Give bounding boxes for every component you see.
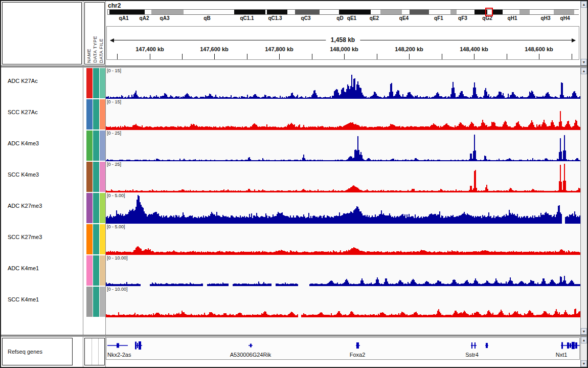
- attribute-column-data-type[interactable]: DATA TYPE: [92, 36, 98, 63]
- ruler-tick: [214, 54, 215, 59]
- ruler-tick-label: 148,600 kb: [525, 46, 553, 52]
- signal-track-row[interactable]: [0 - 15]: [106, 99, 580, 130]
- track-name-label[interactable]: ADC K4me3: [8, 140, 39, 146]
- cytoband-label: qH4: [560, 15, 570, 21]
- ruler-tick: [247, 54, 247, 59]
- signal-plot[interactable]: [106, 288, 580, 317]
- ruler-tick: [150, 54, 150, 59]
- gene-label[interactable]: Nxt1: [556, 352, 568, 358]
- signal-plot[interactable]: [106, 69, 580, 99]
- signal-plot[interactable]: [106, 194, 580, 224]
- chromosome-ideogram[interactable]: [107, 9, 579, 15]
- track-attr-name[interactable]: [86, 131, 93, 161]
- ruler-tick: [539, 54, 539, 59]
- cytoband-label: qA2: [140, 15, 149, 21]
- track-attr-data-type[interactable]: [93, 131, 99, 161]
- gene-data-panel: Nkx2-2asA530006G24RikFoxa2Sstr4Nxt1: [105, 337, 580, 367]
- cytoband-label: qA1: [119, 15, 129, 21]
- gene-label[interactable]: Foxa2: [350, 352, 366, 358]
- signal-plot[interactable]: [106, 163, 580, 192]
- signal-track-row[interactable]: [0 - 25]: [106, 130, 580, 161]
- gene-track-name: Refseq genes: [8, 349, 42, 355]
- signal-track-row[interactable]: [0 - 10.00]: [106, 255, 580, 286]
- track-attr-name[interactable]: [86, 99, 93, 129]
- cytoband: [339, 10, 371, 14]
- ruler-tick: [507, 54, 507, 59]
- cytoband: [380, 10, 402, 14]
- track-name-label[interactable]: ADC K4me1: [8, 265, 39, 271]
- track-name-label[interactable]: SCC K27Ac: [8, 109, 38, 115]
- ruler-tick-label: 147,800 kb: [265, 46, 293, 52]
- signal-track-row[interactable]: [0 - 25]: [106, 161, 580, 192]
- gene-label[interactable]: Nkx2-2as: [107, 352, 131, 358]
- track-attr-name[interactable]: [86, 224, 93, 254]
- header-name-panel: [1, 1, 83, 66]
- scroll-up-icon[interactable]: ▲: [581, 1, 587, 8]
- cytoband-label: qD: [336, 15, 343, 21]
- cytoband: [287, 10, 295, 14]
- track-attr-data-type[interactable]: [93, 99, 99, 129]
- track-name-label[interactable]: SCC K4me3: [8, 171, 39, 178]
- signal-plot[interactable]: [106, 100, 580, 130]
- attribute-column-name[interactable]: NAME: [86, 49, 92, 63]
- cytoband: [295, 10, 320, 14]
- cytoband-label: qE4: [399, 15, 409, 21]
- header-data-panel: chr2 qA1qA2qA3qBqC1.1qC1.3qC3qDqE1qE2qE4…: [105, 1, 580, 66]
- track-name-label[interactable]: SCC K4me1: [8, 296, 39, 302]
- tracks-scrollbar[interactable]: ▲ ▼: [580, 68, 587, 335]
- track-attributes-panel: [83, 68, 105, 335]
- cytoband: [371, 10, 380, 14]
- track-name-label[interactable]: SCC K27me3: [8, 234, 42, 240]
- view-region-highlight[interactable]: [485, 8, 493, 16]
- refseq-genes-track[interactable]: Nkx2-2asA530006G24RikFoxa2Sstr4Nxt1: [106, 337, 580, 360]
- chromosome-label: chr2: [108, 2, 121, 9]
- scroll-down-icon[interactable]: ▼: [581, 328, 587, 335]
- track-attr-name[interactable]: [86, 193, 93, 223]
- cytoband: [493, 10, 503, 14]
- signal-plot[interactable]: [106, 256, 580, 286]
- signal-track-row[interactable]: [0 - 10.00]: [106, 286, 580, 317]
- track-attr-data-type[interactable]: [93, 68, 99, 98]
- track-attr-name[interactable]: [86, 68, 93, 98]
- signal-track-row[interactable]: [0 - 5.00]: [106, 224, 580, 255]
- cytoband: [184, 10, 234, 14]
- ruler-tick: [312, 54, 312, 59]
- gene-label[interactable]: Sstr4: [465, 352, 479, 358]
- track-attr-data-type[interactable]: [93, 193, 99, 223]
- ruler-tick-label: 147,400 kb: [135, 46, 164, 52]
- gene-name-panel: Refseq genes: [1, 337, 83, 367]
- cytoband: [267, 10, 287, 14]
- scroll-up-icon[interactable]: ▲: [581, 337, 587, 343]
- track-attr-name[interactable]: [86, 162, 93, 192]
- ruler-panel[interactable]: 1,458 kb 147,400 kb147,600 kb147,800 kb1…: [106, 26, 579, 60]
- header-name-box: [2, 2, 82, 64]
- track-name-label[interactable]: ADC K27me3: [8, 203, 42, 209]
- gene-attribute-box: [84, 338, 105, 365]
- gene-label[interactable]: A530006G24Rik: [230, 352, 272, 358]
- scroll-down-icon[interactable]: ▼: [581, 59, 587, 66]
- tracks-panel: ADC K27AcSCC K27AcADC K4me3SCC K4me3ADC …: [1, 68, 587, 335]
- signal-track-row[interactable]: [0 - 15]: [106, 68, 580, 99]
- signal-track-row[interactable]: [0 - 5.00]: [106, 192, 580, 224]
- cytoband-label: qE2: [370, 15, 379, 21]
- track-attr-data-type[interactable]: [93, 255, 99, 286]
- attribute-column-data-file[interactable]: DATA FILE: [98, 38, 104, 63]
- ruler-tick: [117, 54, 118, 59]
- cytoband-label: qH3: [541, 15, 551, 21]
- signal-plot[interactable]: [106, 225, 580, 255]
- gene-scrollbar[interactable]: ▲ ▼: [580, 337, 587, 367]
- track-name-label[interactable]: ADC K27Ac: [8, 78, 38, 84]
- cytoband: [145, 10, 151, 14]
- track-attr-data-type[interactable]: [93, 287, 99, 317]
- cytoband-label: qB: [203, 15, 210, 21]
- track-attr-name[interactable]: [86, 287, 93, 317]
- scroll-down-icon[interactable]: ▼: [581, 360, 587, 367]
- cytoband: [457, 10, 474, 14]
- track-attr-data-type[interactable]: [93, 224, 99, 254]
- header-scrollbar[interactable]: ▲ ▼: [580, 1, 587, 66]
- track-attr-data-type[interactable]: [93, 162, 99, 192]
- gene-track-name-box[interactable]: Refseq genes: [2, 338, 73, 365]
- scroll-up-icon[interactable]: ▲: [581, 68, 587, 74]
- signal-plot[interactable]: [106, 132, 580, 161]
- track-attr-name[interactable]: [86, 255, 93, 286]
